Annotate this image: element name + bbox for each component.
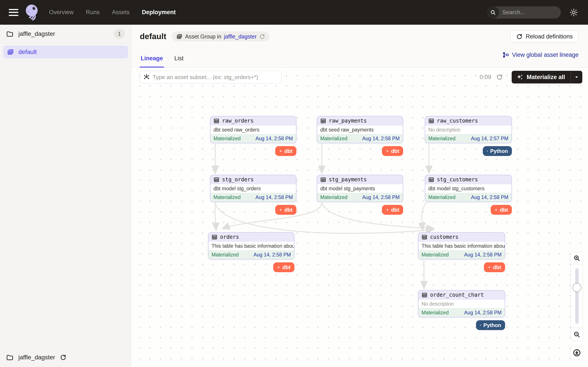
materialize-options-caret[interactable]	[571, 71, 582, 83]
download-graph-button[interactable]	[571, 346, 583, 359]
asset-timestamp: Aug 14, 2:58 PM	[256, 136, 293, 142]
sidebar-item-default-group[interactable]: default	[3, 46, 128, 58]
tab-list[interactable]: List	[173, 55, 184, 67]
sidebar-footer: jaffle_dagster	[0, 347, 131, 367]
dbt-logo-icon	[279, 148, 282, 154]
table-icon	[428, 177, 434, 183]
menu-icon[interactable]	[9, 9, 18, 16]
footer-repo-label: jaffle_dagster	[18, 354, 55, 361]
tab-bar: Lineage List View global asset lineage	[131, 44, 588, 68]
asset-status: Materialized	[320, 136, 347, 142]
table-icon	[212, 234, 217, 240]
refresh-timer: 0:09	[480, 74, 491, 81]
zoom-out-button[interactable]	[571, 328, 583, 341]
view-global-asset-lineage-link[interactable]: View global asset lineage	[502, 51, 579, 60]
reload-definitions-button[interactable]: Reload definitions	[510, 31, 579, 42]
dbt-logo-icon	[386, 148, 389, 154]
settings-gear-icon[interactable]	[569, 8, 578, 17]
materialize-all-button[interactable]: Materialize all	[512, 71, 582, 83]
dbt-logo-icon	[488, 264, 491, 270]
asset-node-orders[interactable]: orders This table has basic information …	[208, 232, 294, 259]
asset-name: orders	[220, 234, 239, 240]
sparkle-icon	[517, 74, 523, 81]
asset-node-raw_orders[interactable]: raw_orders dbt seed raw_orders Materiali…	[210, 116, 296, 143]
asset-node-stg_payments[interactable]: stg_payments dbt model stg_payments Mate…	[317, 175, 403, 202]
nav-item-deployment[interactable]: Deployment	[142, 9, 176, 16]
table-icon	[428, 118, 434, 124]
asset-node-stg_orders[interactable]: stg_orders dbt model stg_orders Material…	[210, 175, 296, 202]
asset-timestamp: Aug 14, 2:58 PM	[253, 252, 291, 258]
table-icon	[214, 177, 219, 183]
asset-description: This table has basic information about .…	[208, 242, 294, 250]
zoom-controls	[571, 252, 583, 359]
asset-description: No description	[425, 125, 511, 134]
compute-kind-badge-stg_orders: dbt	[275, 205, 296, 215]
zoom-slider	[571, 264, 583, 328]
breadcrumb-repo-link[interactable]: jaffle_dagster	[224, 33, 257, 40]
asset-status: Materialized	[428, 194, 455, 200]
asset-node-raw_customers[interactable]: raw_customers No description Materialize…	[425, 116, 512, 143]
dbt-logo-icon	[277, 264, 280, 270]
asset-status: Materialized	[214, 194, 241, 200]
python-logo-icon	[480, 322, 481, 328]
download-icon	[573, 349, 581, 357]
breadcrumb-prefix: Asset Group in	[185, 33, 221, 40]
asset-node-stg_customers[interactable]: stg_customers dbt model stg_customers Ma…	[425, 175, 512, 202]
asset-status: Materialized	[422, 310, 449, 316]
asset-name: raw_payments	[329, 118, 367, 124]
dbt-logo-icon	[386, 207, 389, 213]
asset-timestamp: Aug 14, 2:58 PM	[362, 136, 400, 142]
compute-kind-badge-stg_customers: dbt	[491, 205, 512, 215]
asset-node-customers[interactable]: customers This table has basic informati…	[418, 232, 505, 259]
sidebar: jaffle_dagster 1 default jaffle_dagster	[0, 25, 131, 367]
asset-description: dbt model stg_orders	[210, 184, 296, 193]
asset-node-order_count_chart[interactable]: order_count_chart No description Materia…	[418, 290, 505, 317]
nav-items: Overview Runs Assets Deployment	[49, 9, 176, 16]
asset-timestamp: Aug 14, 2:58 PM	[471, 194, 508, 200]
asset-description: dbt seed raw_payments	[317, 125, 403, 134]
asset-description: dbt model stg_customers	[425, 184, 511, 193]
page-title: default	[140, 32, 166, 41]
compute-kind-badge-order_count_chart: Python	[476, 320, 505, 330]
search-input[interactable]	[499, 9, 561, 16]
top-nav: Overview Runs Assets Deployment /	[0, 0, 588, 25]
asset-timestamp: Aug 14, 2:58 PM	[256, 194, 293, 200]
asset-subset-input[interactable]	[140, 71, 282, 83]
page-header: default Asset Group in jaffle_dagster Re…	[131, 25, 588, 44]
edge-stg_customers-to-customers	[422, 202, 427, 230]
table-icon	[214, 118, 219, 124]
compute-kind-badge-orders: dbt	[273, 262, 294, 272]
asset-graph-icon	[143, 74, 150, 81]
folder-icon	[6, 354, 14, 361]
asset-status: Materialized	[212, 252, 239, 258]
refresh-icon	[516, 33, 523, 40]
zoom-slider-track[interactable]	[575, 268, 579, 324]
zoom-in-button[interactable]	[571, 252, 583, 264]
dbt-logo-icon	[279, 207, 282, 213]
zoom-slider-handle[interactable]	[572, 283, 581, 292]
asset-node-raw_payments[interactable]: raw_payments dbt seed raw_payments Mater…	[317, 116, 403, 143]
dagster-logo-icon[interactable]	[24, 4, 40, 21]
nav-item-overview[interactable]: Overview	[49, 9, 74, 16]
nav-item-assets[interactable]: Assets	[112, 9, 130, 16]
compute-kind-badge-raw_payments: dbt	[382, 146, 403, 156]
graph-refresh-icon[interactable]	[496, 74, 503, 80]
lineage-graph-canvas[interactable]: 0:09 Materialize all	[131, 68, 588, 367]
asset-name: stg_orders	[222, 176, 254, 183]
graph-toolbar: 0:09 Materialize all	[140, 71, 582, 83]
asset-group-icon	[176, 33, 182, 40]
sidebar-repo-jaffle-dagster[interactable]: jaffle_dagster 1	[0, 25, 131, 43]
edge-stg_orders-to-orders	[215, 202, 216, 230]
tab-lineage[interactable]: Lineage	[140, 55, 164, 67]
breadcrumb-refresh-icon[interactable]	[259, 34, 265, 40]
materialize-all-label: Materialize all	[527, 74, 565, 81]
nav-item-runs[interactable]: Runs	[86, 9, 100, 16]
compute-kind-badge-customers: dbt	[484, 262, 505, 272]
asset-status: Materialized	[320, 194, 347, 200]
refresh-repo-icon[interactable]	[60, 354, 67, 361]
asset-timestamp: Aug 14, 2:57 PM	[471, 136, 508, 142]
repo-name-label: jaffle_dagster	[18, 30, 55, 37]
zoom-out-icon	[573, 331, 580, 338]
zoom-in-icon	[573, 254, 580, 262]
search-box[interactable]: /	[487, 6, 561, 18]
